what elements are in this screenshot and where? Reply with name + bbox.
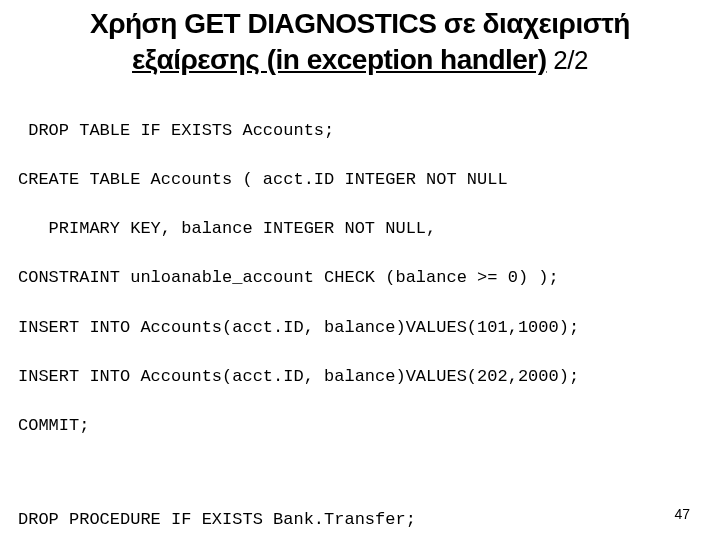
slide-title-line2: εξαίρεσης (in exception handler) 2/2	[0, 44, 720, 94]
page-number: 47	[674, 506, 690, 522]
code-line: CREATE TABLE Accounts ( acct.ID INTEGER …	[18, 168, 700, 193]
code-line: INSERT INTO Accounts(acct.ID, balance)VA…	[18, 316, 700, 341]
code-line: DROP PROCEDURE IF EXISTS Bank.Transfer;	[18, 508, 700, 533]
code-line: DROP TABLE IF EXISTS Accounts;	[18, 119, 700, 144]
code-line: COMMIT;	[18, 414, 700, 439]
code-block-1: DROP TABLE IF EXISTS Accounts; CREATE TA…	[0, 94, 720, 464]
code-block-2: DROP PROCEDURE IF EXISTS Bank.Transfer; …	[0, 484, 720, 540]
slide-title-line1: Χρήση GET DIAGNOSTICS σε διαχειριστή	[0, 0, 720, 44]
spacer	[0, 464, 720, 484]
slide-title-underlined: εξαίρεσης (in exception handler)	[132, 44, 547, 75]
code-line: CONSTRAINT unloanable_account CHECK (bal…	[18, 266, 700, 291]
code-line: PRIMARY KEY, balance INTEGER NOT NULL,	[18, 217, 700, 242]
code-line: INSERT INTO Accounts(acct.ID, balance)VA…	[18, 365, 700, 390]
slide-title-suffix: 2/2	[547, 45, 588, 75]
